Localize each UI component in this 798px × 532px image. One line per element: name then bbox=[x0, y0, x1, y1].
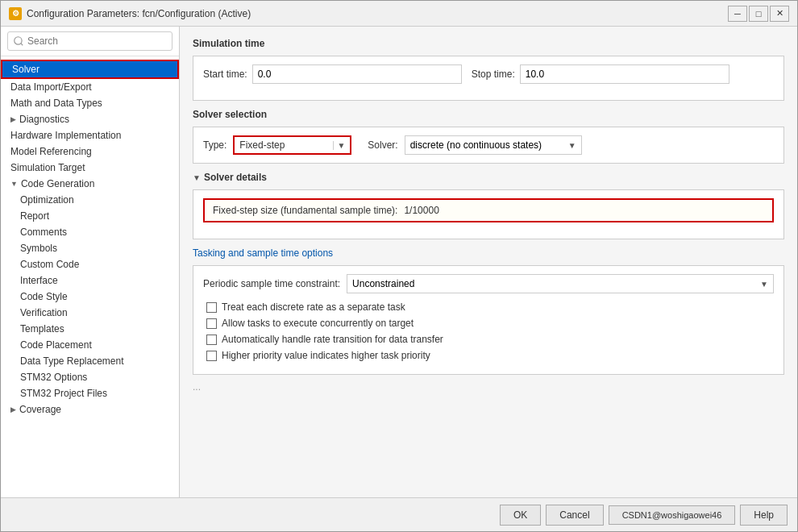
checkbox-4[interactable] bbox=[206, 351, 217, 361]
stop-time-input[interactable] bbox=[520, 64, 729, 84]
sidebar-item-interface[interactable]: Interface bbox=[1, 272, 179, 289]
solver-selection-title: Solver selection bbox=[193, 109, 784, 120]
periodic-arrow: ▼ bbox=[760, 280, 768, 289]
title-controls: ─ □ ✕ bbox=[728, 6, 789, 22]
solver-value: discrete (no continuous states) bbox=[410, 139, 542, 151]
sidebar-item-report[interactable]: Report bbox=[1, 208, 179, 224]
sidebar-item-diagnostics[interactable]: ▶ Diagnostics bbox=[1, 111, 179, 127]
minimize-button[interactable]: ─ bbox=[728, 6, 747, 22]
tasking-box: Periodic sample time constraint: Unconst… bbox=[193, 265, 784, 375]
templates-label: Templates bbox=[20, 323, 64, 335]
periodic-value: Unconstrained bbox=[352, 278, 414, 289]
fixed-step-box: Fixed-step size (fundamental sample time… bbox=[203, 198, 774, 222]
solver-select[interactable]: discrete (no continuous states) ▼ bbox=[405, 135, 582, 155]
symbols-label: Symbols bbox=[20, 243, 57, 254]
checkbox-label-3: Automatically handle rate transition for… bbox=[222, 334, 443, 345]
simulation-time-section: Simulation time Start time: Stop time: bbox=[193, 38, 784, 101]
sidebar-item-code-gen[interactable]: ▼ Code Generation bbox=[1, 176, 179, 192]
diagnostics-label: Diagnostics bbox=[19, 114, 69, 125]
watermark-button[interactable]: CSDN1@woshigaowei46 bbox=[609, 505, 736, 525]
sidebar-item-data-type-repl[interactable]: Data Type Replacement bbox=[1, 353, 179, 369]
solver-details-panel: Fixed-step size (fundamental sample time… bbox=[193, 189, 784, 239]
solver-label: Solver: bbox=[368, 139, 397, 151]
sidebar-item-math[interactable]: Math and Data Types bbox=[1, 95, 179, 111]
fixed-step-label: Fixed-step size (fundamental sample time… bbox=[213, 205, 397, 216]
tasking-title: Tasking and sample time options bbox=[193, 247, 784, 259]
solver-details-header[interactable]: ▼ Solver details bbox=[193, 172, 784, 183]
coverage-expand-icon: ▶ bbox=[10, 405, 16, 414]
start-time-label: Start time: bbox=[203, 69, 247, 80]
sidebar-item-sim-target[interactable]: Simulation Target bbox=[1, 160, 179, 176]
sidebar-item-code-placement[interactable]: Code Placement bbox=[1, 337, 179, 353]
checkbox-2[interactable] bbox=[206, 318, 217, 329]
type-select-box[interactable]: Fixed-step ▼ bbox=[233, 135, 351, 155]
start-time-input[interactable] bbox=[252, 64, 462, 84]
sidebar-item-symbols[interactable]: Symbols bbox=[1, 240, 179, 256]
checkbox-1[interactable] bbox=[206, 302, 217, 313]
sidebar-item-code-style[interactable]: Code Style bbox=[1, 289, 179, 305]
stop-time-group: Stop time: bbox=[472, 64, 729, 84]
sidebar: Solver Data Import/Export Math and Data … bbox=[1, 27, 180, 497]
help-button[interactable]: Help bbox=[740, 505, 788, 526]
sidebar-item-verification[interactable]: Verification bbox=[1, 305, 179, 321]
sidebar-item-model-ref[interactable]: Model Referencing bbox=[1, 143, 179, 160]
simulation-time-panel: Start time: Stop time: bbox=[193, 56, 784, 101]
sidebar-item-data-import[interactable]: Data Import/Export bbox=[1, 79, 179, 95]
ok-button[interactable]: OK bbox=[500, 505, 541, 526]
stop-time-label: Stop time: bbox=[472, 69, 515, 80]
sidebar-item-optimization[interactable]: Optimization bbox=[1, 192, 179, 208]
data-import-label: Data Import/Export bbox=[10, 81, 92, 93]
cancel-button[interactable]: Cancel bbox=[546, 505, 603, 526]
restore-button[interactable]: □ bbox=[749, 6, 768, 22]
nav-items: Solver Data Import/Export Math and Data … bbox=[1, 56, 179, 497]
time-row: Start time: Stop time: bbox=[203, 64, 774, 84]
code-gen-expand-icon: ▼ bbox=[10, 180, 18, 188]
coverage-label: Coverage bbox=[19, 404, 61, 415]
start-time-group: Start time: bbox=[203, 64, 462, 84]
app-icon: ⚙ bbox=[9, 7, 22, 20]
solver-selection-panel: Type: Fixed-step ▼ Solver: discrete (no … bbox=[193, 127, 784, 164]
tasking-section: Tasking and sample time options Periodic… bbox=[193, 247, 784, 375]
fixed-step-input[interactable] bbox=[404, 205, 764, 216]
sidebar-item-stm32-options[interactable]: STM32 Options bbox=[1, 369, 179, 385]
report-label: Report bbox=[20, 210, 49, 222]
title-bar-left: ⚙ Configuration Parameters: fcn/Configur… bbox=[9, 7, 251, 20]
code-style-label: Code Style bbox=[20, 291, 68, 302]
sidebar-item-custom-code[interactable]: Custom Code bbox=[1, 256, 179, 272]
checkbox-row-2: Allow tasks to execute concurrently on t… bbox=[203, 318, 774, 329]
close-button[interactable]: ✕ bbox=[770, 6, 789, 22]
code-placement-label: Code Placement bbox=[20, 339, 92, 351]
optimization-label: Optimization bbox=[20, 194, 74, 206]
checkbox-3[interactable] bbox=[206, 335, 217, 345]
model-ref-label: Model Referencing bbox=[10, 146, 92, 157]
sidebar-item-comments[interactable]: Comments bbox=[1, 224, 179, 240]
periodic-row: Periodic sample time constraint: Unconst… bbox=[203, 274, 774, 293]
sidebar-item-templates[interactable]: Templates bbox=[1, 321, 179, 337]
type-value: Fixed-step bbox=[239, 139, 333, 151]
diagnostics-expand-icon: ▶ bbox=[10, 115, 16, 123]
sidebar-item-solver[interactable]: Solver bbox=[1, 60, 179, 79]
periodic-select[interactable]: Unconstrained ▼ bbox=[347, 274, 774, 293]
simulation-time-title: Simulation time bbox=[193, 38, 784, 49]
bottom-bar: OK Cancel CSDN1@woshigaowei46 Help bbox=[1, 497, 797, 531]
stm32-project-label: STM32 Project Files bbox=[20, 388, 107, 399]
title-bar: ⚙ Configuration Parameters: fcn/Configur… bbox=[1, 1, 797, 27]
sidebar-item-stm32-project[interactable]: STM32 Project Files bbox=[1, 385, 179, 401]
comments-label: Comments bbox=[20, 227, 67, 238]
checkbox-label-2: Allow tasks to execute concurrently on t… bbox=[222, 318, 414, 329]
sidebar-item-coverage[interactable]: ▶ Coverage bbox=[1, 401, 179, 418]
solver-selection-section: Solver selection Type: Fixed-step ▼ Solv… bbox=[193, 109, 784, 164]
data-type-repl-label: Data Type Replacement bbox=[20, 355, 124, 367]
solver-details-title: Solver details bbox=[204, 172, 267, 183]
type-label: Type: bbox=[203, 139, 227, 151]
search-box bbox=[1, 27, 179, 56]
checkbox-row-1: Treat each discrete rate as a separate t… bbox=[203, 301, 774, 313]
code-gen-label: Code Generation bbox=[21, 178, 94, 189]
search-input[interactable] bbox=[7, 31, 172, 51]
checkbox-row-4: Higher priority value indicates higher t… bbox=[203, 350, 774, 361]
sidebar-item-hardware[interactable]: Hardware Implementation bbox=[1, 127, 179, 143]
stm32-options-label: STM32 Options bbox=[20, 372, 87, 383]
type-dropdown-arrow[interactable]: ▼ bbox=[333, 141, 345, 150]
solver-type-row: Type: Fixed-step ▼ Solver: discrete (no … bbox=[203, 135, 774, 155]
solver-details-collapse-icon: ▼ bbox=[193, 173, 201, 182]
